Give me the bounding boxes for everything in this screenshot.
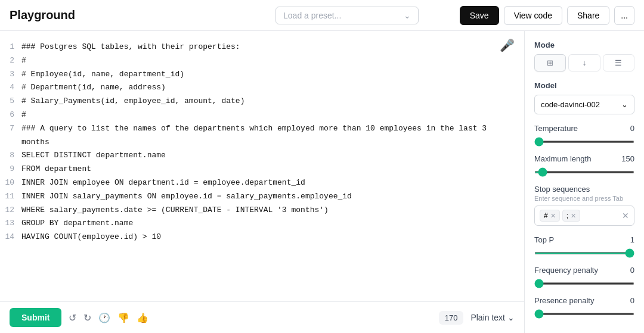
undo-icon[interactable]: ↺ (69, 312, 76, 323)
editor-footer: Submit ↺ ↻ 🕐 👎 👍 170 Plain text ⌄ (0, 301, 524, 333)
preset-dropdown[interactable]: Load a preset... ⌄ (275, 7, 419, 24)
top-p-value: 1 (630, 235, 634, 244)
page-title: Playground (10, 8, 234, 22)
code-line-13: 13 GROUP BY department.name (0, 217, 524, 231)
presence-penalty-label: Presence penalty (534, 296, 594, 305)
main-layout: 🎤 1 ### Postgres SQL tables, with their … (0, 31, 644, 333)
view-code-button[interactable]: View code (504, 6, 562, 25)
header-center: Load a preset... ⌄ (234, 7, 459, 24)
code-line-12: 12 WHERE salary_payments.date >= (CURREN… (0, 204, 524, 217)
code-line-14: 14 HAVING COUNT(employee.id) > 10 (0, 231, 524, 244)
code-line-6: 6 # (0, 108, 524, 122)
top-p-section: Top P 1 (534, 235, 634, 256)
freq-penalty-value: 0 (630, 266, 634, 275)
presence-penalty-slider[interactable] (534, 313, 634, 315)
stop-tag-hash: # ✕ (540, 210, 560, 222)
max-length-value: 150 (621, 154, 634, 163)
history-icon[interactable]: 🕐 (98, 312, 110, 323)
complete-icon: ⊞ (547, 58, 553, 67)
model-value: code-davinci-002 (541, 100, 600, 109)
chevron-down-icon: ⌄ (621, 100, 628, 109)
redo-icon[interactable]: ↻ (83, 312, 91, 323)
save-button[interactable]: Save (460, 6, 499, 25)
mode-label: Mode (534, 41, 634, 49)
share-button[interactable]: Share (567, 6, 609, 25)
mic-icon[interactable]: 🎤 (500, 38, 515, 53)
preset-placeholder: Load a preset... (283, 11, 341, 20)
chevron-down-icon: ⌄ (507, 313, 515, 322)
presence-penalty-section: Presence penalty 0 (534, 296, 634, 317)
temperature-slider[interactable] (534, 141, 634, 143)
submit-button[interactable]: Submit (10, 308, 61, 327)
code-line-7b: months (0, 136, 524, 150)
max-length-slider[interactable] (534, 171, 634, 173)
stop-seq-hint: Enter sequence and press Tab (534, 195, 634, 202)
code-line-2: 2 # (0, 54, 524, 68)
edit-icon: ☰ (615, 58, 622, 67)
stop-seq-clear-button[interactable]: ✕ (622, 211, 629, 220)
temperature-label: Temperature (534, 124, 578, 133)
mode-section: Mode ⊞ ↓ ☰ (534, 41, 634, 71)
token-count: 170 (439, 311, 464, 325)
mode-complete-button[interactable]: ⊞ (534, 54, 566, 71)
code-line-10: 10 INNER JOIN employee ON department.id … (0, 176, 524, 190)
remove-hash-button[interactable]: ✕ (550, 212, 556, 220)
top-p-label: Top P (534, 235, 554, 244)
model-label: Model (534, 81, 634, 90)
model-select[interactable]: code-davinci-002 ⌄ (534, 95, 634, 114)
code-line-3: 3 # Employee(id, name, department_id) (0, 68, 524, 82)
stop-tag-semicolon: ; ✕ (562, 210, 580, 222)
model-section: Model code-davinci-002 ⌄ (534, 81, 634, 114)
mode-buttons: ⊞ ↓ ☰ (534, 54, 634, 71)
temperature-section: Temperature 0 (534, 124, 634, 145)
code-line-7: 7 ### A query to list the names of the d… (0, 122, 524, 136)
code-line-1: 1 ### Postgres SQL tables, with their pr… (0, 41, 524, 54)
code-editor[interactable]: 🎤 1 ### Postgres SQL tables, with their … (0, 31, 524, 301)
header-actions: Save View code Share ... (460, 6, 634, 25)
presence-penalty-value: 0 (630, 296, 634, 305)
plain-text-label: Plain text (470, 313, 505, 322)
stop-seq-label: Stop sequences (534, 185, 634, 194)
max-length-section: Maximum length 150 (534, 154, 634, 175)
editor-area: 🎤 1 ### Postgres SQL tables, with their … (0, 31, 525, 333)
stop-seq-section: Stop sequences Enter sequence and press … (534, 185, 634, 226)
stop-seq-input[interactable]: # ✕ ; ✕ ✕ (534, 206, 634, 226)
temperature-value: 0 (630, 124, 634, 133)
code-line-11: 11 INNER JOIN salary_payments ON employe… (0, 190, 524, 204)
freq-penalty-label: Frequency penalty (534, 266, 598, 275)
code-line-9: 9 FROM department (0, 163, 524, 176)
mode-edit-button[interactable]: ☰ (603, 54, 634, 71)
code-line-4: 4 # Department(id, name, address) (0, 81, 524, 95)
code-line-5: 5 # Salary_Payments(id, employee_id, amo… (0, 95, 524, 108)
chevron-down-icon: ⌄ (404, 11, 411, 20)
code-line-8: 8 SELECT DISTINCT department.name (0, 149, 524, 163)
thumbs-down-icon[interactable]: 👎 (117, 312, 129, 323)
freq-penalty-slider[interactable] (534, 282, 634, 285)
mode-insert-button[interactable]: ↓ (568, 54, 600, 71)
freq-penalty-section: Frequency penalty 0 (534, 266, 634, 287)
more-button[interactable]: ... (614, 6, 634, 25)
remove-semicolon-button[interactable]: ✕ (571, 212, 576, 220)
insert-icon: ↓ (583, 58, 587, 67)
thumbs-up-icon[interactable]: 👍 (137, 312, 148, 323)
top-p-slider[interactable] (534, 252, 634, 254)
header: Playground Load a preset... ⌄ Save View … (0, 0, 644, 31)
right-panel: Mode ⊞ ↓ ☰ Model code-davinci-002 ⌄ (525, 31, 644, 333)
max-length-label: Maximum length (534, 154, 591, 163)
plain-text-button[interactable]: Plain text ⌄ (470, 313, 515, 322)
